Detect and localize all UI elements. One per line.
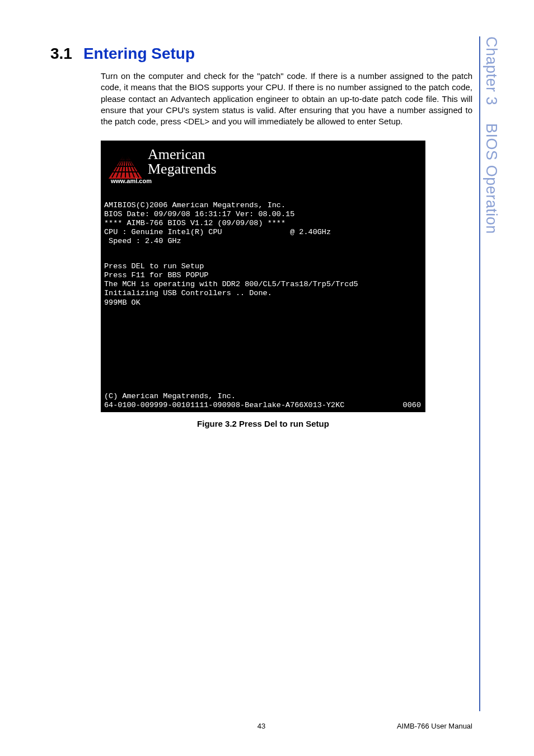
bios-line: **** AIMB-766 BIOS V1.12 (09/09/08) **** [104, 219, 285, 227]
page-number: 43 [257, 722, 265, 730]
bios-line: CPU : Genuine Intel(R) CPU @ 2.40GHz [104, 228, 331, 236]
chapter-side-tab: Chapter 3 BIOS Operation [479, 36, 500, 711]
ami-logo-text: American Megatrends www.ami.com [148, 147, 217, 185]
bios-line: Press DEL to run Setup [104, 262, 204, 270]
intro-paragraph: Turn on the computer and check for the "… [101, 71, 472, 127]
bios-line: 999MB OK [104, 298, 140, 307]
page: Chapter 3 BIOS Operation 3.1 Entering Se… [0, 0, 534, 756]
bios-line: Speed : 2.40 GHz [104, 237, 181, 245]
ami-logo-line1: American [148, 147, 217, 162]
chapter-label: Chapter 3 [483, 36, 500, 105]
bios-screenshot: American Megatrends www.ami.com AMIBIOS(… [101, 141, 425, 412]
bios-line: (C) American Megatrends, Inc. [104, 392, 236, 400]
bios-footer: (C) American Megatrends, Inc. 64-0100-00… [104, 383, 422, 410]
ami-logo-block: American Megatrends www.ami.com [104, 146, 422, 192]
page-footer: 43 AIMB-766 User Manual [50, 722, 472, 730]
bios-line: AMIBIOS(C)2006 American Megatrends, Inc. [104, 201, 285, 209]
section-number: 3.1 [50, 45, 72, 63]
section-title: Entering Setup [83, 45, 195, 63]
bios-block2: Press DEL to run Setup Press F11 for BBS… [104, 253, 422, 307]
bios-line: The MCH is operating with DDR2 800/CL5/T… [104, 280, 358, 288]
doc-title: AIMB-766 User Manual [397, 722, 472, 730]
bios-block1: AMIBIOS(C)2006 American Megatrends, Inc.… [104, 192, 422, 246]
section-heading: 3.1 Entering Setup [50, 45, 500, 63]
ami-logo-icon [106, 152, 144, 181]
chapter-side-tab-text: Chapter 3 BIOS Operation [483, 36, 500, 234]
bios-line: BIOS Date: 09/09/08 16:31:17 Ver: 08.00.… [104, 210, 294, 218]
bios-code-right: 0060 [403, 401, 421, 410]
ami-logo-line2: Megatrends [148, 162, 217, 176]
chapter-topic: BIOS Operation [483, 123, 500, 234]
bios-line: Press F11 for BBS POPUP [104, 271, 208, 279]
bios-line: 64-0100-009999-00101111-090908-Bearlake-… [104, 401, 344, 409]
figure-caption: Figure 3.2 Press Del to run Setup [101, 419, 425, 428]
bios-line: Initializing USB Controllers .. Done. [104, 289, 272, 297]
